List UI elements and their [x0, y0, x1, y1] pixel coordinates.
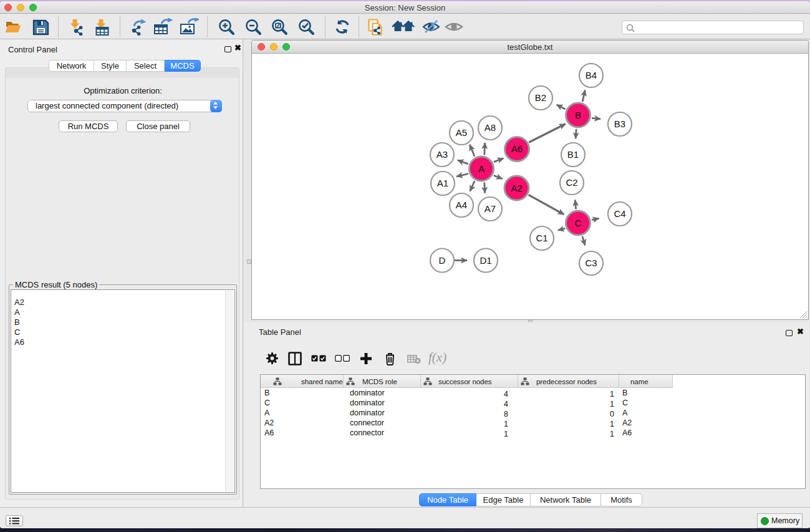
svg-text:C1: C1	[536, 233, 547, 243]
svg-text:C4: C4	[614, 208, 625, 219]
svg-text:A1: A1	[437, 178, 448, 188]
svg-text:B4: B4	[586, 70, 597, 80]
svg-text:A2: A2	[511, 183, 522, 193]
svg-text:A5: A5	[456, 127, 467, 138]
svg-text:C: C	[575, 218, 582, 228]
svg-text:B3: B3	[614, 118, 625, 129]
svg-text:A8: A8	[485, 122, 496, 133]
svg-text:A6: A6	[511, 143, 523, 154]
svg-text:D1: D1	[480, 255, 491, 266]
svg-text:C2: C2	[566, 177, 577, 188]
svg-text:B1: B1	[567, 149, 579, 160]
svg-text:B: B	[575, 110, 581, 120]
svg-text:D: D	[439, 255, 446, 266]
svg-text:B2: B2	[535, 92, 546, 103]
svg-text:A: A	[478, 163, 485, 174]
svg-text:A3: A3	[436, 149, 448, 160]
svg-text:A4: A4	[456, 200, 467, 210]
svg-text:A7: A7	[485, 203, 496, 214]
svg-text:C3: C3	[585, 258, 597, 268]
